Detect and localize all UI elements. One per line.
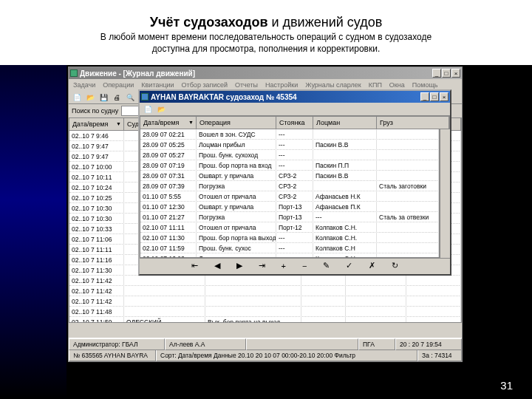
cell: Прош. бор порта на выход (197, 233, 276, 243)
ccol-operation[interactable]: Операция (197, 117, 276, 129)
menu-item[interactable]: Задачи (73, 81, 95, 89)
nav-button[interactable]: ✓ (343, 261, 355, 270)
cell: 02..10 7 11:42 (69, 286, 124, 296)
child-grid-body[interactable]: 28.09 07 02:21Вошел в зон. СУДС---28.09 … (140, 129, 440, 258)
child-tool-icon[interactable]: 📂 (155, 103, 167, 115)
cell: 02..10 7 10:25 (69, 193, 124, 203)
cell: 02..10 7 11:30 (69, 265, 124, 276)
table-row[interactable]: 28.09 07 07:39ПогрузкаСРЗ-2Сталь заготов… (140, 181, 439, 191)
col-datetime[interactable]: Дата/время (69, 118, 124, 130)
tool-print-icon[interactable]: 🖨 (111, 92, 123, 103)
table-row[interactable]: 02..10 7 11:59ОДЕССКИЙВых. бор порта на … (69, 317, 461, 323)
cell (301, 317, 346, 324)
cell: Вых. бор порта на выход (205, 317, 301, 324)
cell: 02..10 7 10:30 (69, 214, 124, 224)
cell: 02.10 07 11:59 (140, 243, 197, 253)
table-row[interactable]: 28.09 07 07:31Ошварт. у причалаСРЗ-2Паск… (140, 171, 439, 181)
cell: Паскин П.П (313, 160, 377, 171)
table-row[interactable]: 02..10 7 11:48 (69, 307, 461, 317)
menu-item[interactable]: Журналы сларлек (305, 81, 361, 89)
tool-open-icon[interactable]: 📂 (84, 92, 96, 103)
nav-button[interactable]: ⇥ (256, 261, 268, 270)
menu-item[interactable]: Окна (389, 81, 405, 89)
close-button[interactable]: × (451, 69, 460, 78)
maximize-button[interactable]: □ (442, 69, 451, 78)
table-row[interactable]: 02.10 07 11:11Отошел от причалаПорт-12Ко… (140, 222, 439, 233)
ccol-pilot[interactable]: Лоцман (313, 117, 377, 129)
cell: 01.10 07 5:55 (140, 191, 197, 202)
ccol-cargo[interactable]: Груз (377, 117, 449, 129)
status-count: За : 74314 (417, 349, 462, 361)
nav-button[interactable]: − (299, 262, 310, 270)
table-row[interactable]: 28.09 07 05:27Прош. бунк. сухоход--- (140, 150, 439, 160)
nav-button[interactable]: ▶ (233, 261, 245, 270)
nav-button[interactable]: ⇤ (188, 261, 201, 270)
table-row[interactable]: 02..10 7 11:42 (69, 276, 461, 286)
table-row[interactable]: 28.09 07 07:19Прош. бор порта на вход---… (140, 160, 439, 171)
table-row[interactable]: 02..10 7 11:42 (69, 296, 461, 307)
cell: 28.09 07 07:31 (140, 171, 197, 181)
menu-item[interactable]: Помощь (412, 81, 438, 89)
main-titlebar[interactable]: Движение - [Журнал движений] _ □ × (69, 67, 462, 79)
cell: 02..10 7 9:46 (69, 131, 124, 141)
table-row[interactable]: 02.10 07 12:02Лоцман сошел---Колпаков С.… (140, 253, 439, 258)
menu-item[interactable]: Настройки (265, 81, 298, 89)
app-icon (70, 69, 78, 77)
cell: 02..10 7 11:48 (69, 307, 124, 317)
cell (377, 191, 439, 202)
tool-find-icon[interactable]: 🔍 (124, 92, 136, 103)
slide-title: Учёт судозаходов и движений судов (0, 12, 532, 33)
ccol-berth[interactable]: Стоянка (276, 117, 313, 129)
child-grid-header: Дата/время Операция Стоянка Лоцман Груз (140, 116, 450, 129)
cell (313, 150, 377, 160)
table-row[interactable]: 02..10 7 11:42 (69, 286, 461, 296)
child-maximize-button[interactable]: □ (430, 92, 439, 101)
subtitle-line2: доступна для просмотра, пополнения и кор… (152, 44, 381, 54)
cell (313, 129, 377, 140)
table-row[interactable]: 02.10 07 11:59Прош. бунк. сухос---Колпак… (140, 243, 439, 253)
nav-button[interactable]: ↻ (389, 261, 401, 270)
cell (406, 286, 461, 296)
cell: --- (313, 212, 377, 222)
cell: --- (276, 150, 313, 160)
minimize-button[interactable]: _ (432, 69, 441, 78)
cell: Колпаков С.Н. (313, 233, 377, 243)
tool-save-icon[interactable]: 💾 (98, 92, 109, 103)
cell: 02..10 7 11:06 (69, 234, 124, 245)
child-toolbar[interactable]: 📄 📂 (140, 103, 450, 116)
cell: Погрузка (197, 212, 276, 222)
child-scrollbar[interactable] (440, 129, 450, 258)
menu-item[interactable]: Квитанции (141, 81, 174, 89)
table-row[interactable]: 01.10 07 5:55Отошел от причалаСРЗ-2Афана… (140, 191, 439, 202)
menu-item[interactable]: Операции (103, 81, 134, 89)
child-navigator[interactable]: ⇤◀▶⇥+−✎✓✗↻ (140, 258, 450, 273)
cell (205, 276, 301, 286)
title-area: Учёт судозаходов и движений судов В любо… (0, 0, 532, 65)
cell: 02..10 7 11:59 (69, 317, 124, 324)
menu-item[interactable]: Отбор записей (182, 81, 228, 89)
table-row[interactable]: 02.10 07 11:30Прош. бор порта на выход--… (140, 233, 439, 243)
tool-new-icon[interactable]: 📄 (71, 92, 83, 103)
ccol-datetime[interactable]: Дата/время (140, 117, 197, 129)
cell (301, 307, 346, 317)
menu-item[interactable]: КПП (369, 81, 382, 89)
child-titlebar[interactable]: AYHAN BAYRAKTAR судозаход № 45354 _ □ × (140, 91, 450, 103)
table-row[interactable]: 01.10 07 12:30Ошварт. у причалаПорт-13Аф… (140, 202, 439, 212)
child-minimize-button[interactable]: _ (420, 92, 429, 101)
cell (377, 160, 439, 171)
table-row[interactable]: 28.09 07 05:25Лоцман прибыл---Паскин В.В (140, 140, 439, 150)
title-rest: и движений судов (268, 15, 383, 30)
nav-button[interactable]: ✗ (366, 261, 378, 270)
table-row[interactable]: 01.10 07 21:27ПогрузкаПорт-13---Сталь за… (140, 212, 439, 222)
child-window: AYHAN BAYRAKTAR судозаход № 45354 _ □ × … (138, 89, 451, 276)
cell: --- (276, 243, 313, 253)
nav-button[interactable]: + (279, 262, 289, 270)
nav-button[interactable]: ◀ (211, 261, 223, 270)
status-admin: Администратор: ГБАЛ (69, 338, 165, 350)
nav-button[interactable]: ✎ (320, 261, 332, 270)
table-row[interactable]: 28.09 07 02:21Вошел в зон. СУДС--- (140, 129, 439, 140)
child-close-button[interactable]: × (440, 92, 449, 101)
menu-item[interactable]: Отчеты (235, 81, 258, 89)
child-tool-icon[interactable]: 📄 (142, 103, 154, 115)
cell: СРЗ-2 (276, 191, 313, 202)
